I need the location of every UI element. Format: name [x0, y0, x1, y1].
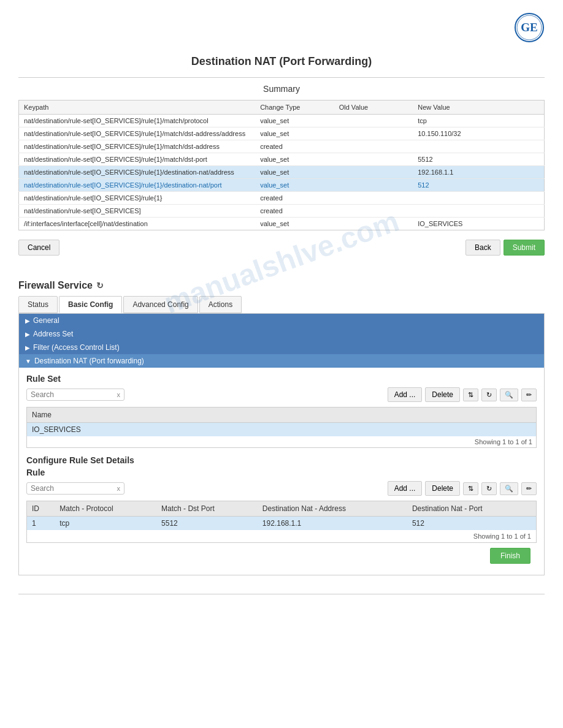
rule-set-add-button[interactable]: Add ...: [388, 387, 423, 402]
rule-set-delete-button[interactable]: Delete: [425, 387, 460, 402]
firewall-title-text: Firewall Service: [18, 280, 93, 291]
cancel-button[interactable]: Cancel: [18, 240, 59, 256]
submit-button[interactable]: Submit: [504, 240, 545, 256]
summary-new-cell: [413, 140, 544, 153]
rule-clear-icon[interactable]: x: [117, 485, 121, 492]
section-general[interactable]: ▶ General: [19, 314, 544, 327]
rule-set-title: Rule Set: [26, 374, 537, 384]
summary-new-cell: [413, 205, 544, 218]
summary-new-cell: tcp: [413, 115, 544, 127]
summary-keypath-cell: nat/destination/rule-set[IO_SERVICES]: [19, 205, 256, 218]
firewall-content: ▶ General ▶ Address Set ▶ Filter (Access…: [18, 313, 545, 575]
summary-change-cell: value_set: [255, 166, 334, 179]
summary-old-cell: [334, 179, 413, 192]
finish-button[interactable]: Finish: [490, 548, 530, 564]
filter-arrow-icon: ▶: [25, 344, 30, 351]
summary-old-cell: [334, 205, 413, 218]
summary-change-cell: created: [255, 140, 334, 153]
address-set-arrow-icon: ▶: [25, 331, 30, 338]
rule-search-input[interactable]: [31, 484, 115, 493]
rule-delete-button[interactable]: Delete: [425, 481, 460, 496]
summary-old-cell: [334, 127, 413, 140]
svg-text:GE: GE: [521, 21, 537, 34]
summary-old-cell: [334, 166, 413, 179]
page-title: Destination NAT (Port Forwarding): [18, 55, 545, 68]
rule-set-search-input[interactable]: [31, 390, 115, 399]
rule-add-button[interactable]: Add ...: [388, 481, 423, 496]
rule-set-actions: Add ... Delete ⇅ ↻ 🔍 ✏: [388, 387, 537, 402]
summary-old-cell: [334, 218, 413, 230]
summary-change-cell: value_set: [255, 153, 334, 166]
rule-label: Rule: [26, 468, 537, 477]
summary-change-cell: value_set: [255, 218, 334, 230]
rule-col-protocol: Match - Protocol: [55, 501, 156, 517]
dest-nat-arrow-icon: ▼: [25, 358, 31, 365]
summary-new-cell: IO_SERVICES: [413, 218, 544, 230]
summary-keypath-cell: nat/destination/rule-set[IO_SERVICES]/ru…: [19, 179, 256, 192]
summary-change-cell: created: [255, 205, 334, 218]
rule-col-id: ID: [27, 501, 55, 517]
rule-actions: Add ... Delete ⇅ ↻ 🔍 ✏: [388, 481, 537, 496]
rule-set-search-icon[interactable]: 🔍: [500, 389, 518, 401]
section-general-label: General: [33, 316, 59, 325]
section-dest-nat-label: Destination NAT (Port forwarding): [34, 357, 144, 365]
rule-sort-icon[interactable]: ⇅: [463, 482, 478, 495]
configure-title: Configure Rule Set Details: [26, 455, 537, 465]
rule-refresh-icon[interactable]: ↻: [481, 482, 497, 495]
section-dest-nat[interactable]: ▼ Destination NAT (Port forwarding): [19, 354, 544, 368]
buttons-row: Cancel Back Submit: [18, 240, 545, 256]
rule-col-dst-port: Match - Dst Port: [156, 501, 258, 517]
summary-keypath-cell: nat/destination/rule-set[IO_SERVICES]/ru…: [19, 153, 256, 166]
finish-row: Finish: [26, 543, 537, 569]
summary-old-cell: [334, 140, 413, 153]
tabs-bar: Status Basic Config Advanced Config Acti…: [18, 296, 545, 313]
summary-change-cell: value_set: [255, 127, 334, 140]
tab-advanced-config[interactable]: Advanced Config: [123, 296, 197, 313]
summary-keypath-cell: nat/destination/rule-set[IO_SERVICES]/ru…: [19, 166, 256, 179]
rule-edit-icon[interactable]: ✏: [521, 482, 537, 495]
col-header-change: Change Type: [255, 100, 334, 115]
col-header-keypath: Keypath: [19, 100, 256, 115]
submit-group: Back Submit: [465, 240, 545, 256]
title-divider: [18, 77, 545, 78]
summary-table: Keypath Change Type Old Value New Value …: [18, 100, 545, 230]
summary-new-cell: 10.150.110/32: [413, 127, 544, 140]
rule-set-table: Name IO_SERVICES Showing 1 to 1 of 1: [26, 407, 537, 448]
firewall-title-row: Firewall Service ↻: [18, 280, 545, 291]
rule-set-sort-icon[interactable]: ⇅: [463, 389, 478, 401]
tab-status[interactable]: Status: [18, 296, 58, 313]
rule-dest-port-cell: 512: [407, 517, 537, 531]
tab-basic-config[interactable]: Basic Config: [59, 296, 122, 313]
name-col-header: Name: [27, 408, 537, 423]
tab-actions[interactable]: Actions: [199, 296, 242, 313]
rule-set-edit-icon[interactable]: ✏: [521, 389, 537, 401]
col-header-new: New Value: [413, 100, 544, 115]
rule-set-showing-text: Showing 1 to 1 of 1: [27, 436, 537, 448]
rule-set-showing-row: Showing 1 to 1 of 1: [27, 436, 537, 448]
rule-set-row[interactable]: IO_SERVICES: [27, 423, 537, 437]
ge-logo-icon: GE: [514, 12, 545, 43]
summary-title: Summary: [18, 84, 545, 94]
rule-dst-port-cell: 5512: [156, 517, 258, 531]
rule-set-clear-icon[interactable]: x: [117, 391, 121, 398]
rule-row[interactable]: 1 tcp 5512 192.168.1.1 512: [27, 517, 537, 531]
rule-set-search-box: x: [26, 389, 124, 401]
summary-new-cell: [413, 192, 544, 205]
back-button[interactable]: Back: [465, 240, 500, 256]
page-wrapper: GE Destination NAT (Port Forwarding) Sum…: [0, 0, 563, 728]
col-header-old: Old Value: [334, 100, 413, 115]
firewall-refresh-icon[interactable]: ↻: [96, 281, 104, 290]
summary-old-cell: [334, 153, 413, 166]
rule-showing-row: Showing 1 to 1 of 1: [27, 530, 537, 543]
section-filter[interactable]: ▶ Filter (Access Control List): [19, 341, 544, 354]
rule-search-icon[interactable]: 🔍: [500, 482, 518, 495]
rule-id-cell: 1: [27, 517, 55, 531]
rule-set-refresh-icon[interactable]: ↻: [481, 389, 497, 401]
summary-old-cell: [334, 192, 413, 205]
section-address-set[interactable]: ▶ Address Set: [19, 327, 544, 341]
rule-set-name-cell: IO_SERVICES: [27, 423, 537, 437]
rule-showing-text: Showing 1 to 1 of 1: [27, 530, 537, 543]
summary-keypath-cell: nat/destination/rule-set[IO_SERVICES]/ru…: [19, 115, 256, 127]
summary-old-cell: [334, 115, 413, 127]
rule-protocol-cell: tcp: [55, 517, 156, 531]
